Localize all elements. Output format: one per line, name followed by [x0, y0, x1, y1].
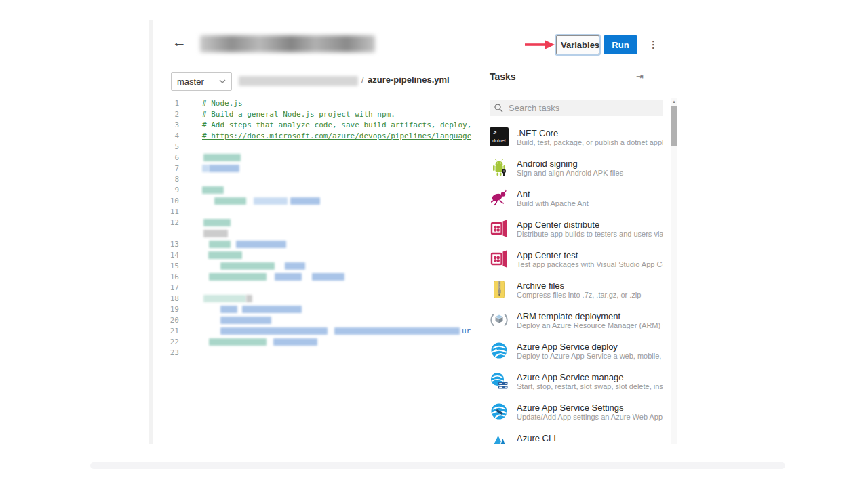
- task-item[interactable]: App Center distributeDistribute app buil…: [490, 219, 663, 246]
- search-icon: [494, 103, 503, 113]
- more-options-button[interactable]: ⋮: [648, 37, 658, 53]
- code-line[interactable]: 16: [153, 272, 471, 283]
- screenshot-canvas: ← Variables Run ⋮ master / azure-pipelin…: [0, 0, 868, 488]
- code-line[interactable]: 15: [153, 261, 471, 272]
- task-title: ARM template deployment: [517, 311, 663, 321]
- code-line[interactable]: 10: [153, 196, 471, 207]
- app-center-icon: [490, 219, 509, 238]
- code-area[interactable]: 1# Node.js2# Build a general Node.js pro…: [153, 98, 471, 444]
- line-number: 1: [153, 98, 179, 109]
- tasks-scrollbar[interactable]: ▲: [671, 98, 677, 444]
- redacted-code-segment: [202, 186, 224, 194]
- redacted-repo-path: [239, 76, 358, 86]
- code-line[interactable]: 3# Add steps that analyze code, save bui…: [153, 120, 471, 131]
- task-item[interactable]: AntBuild with Apache Ant: [490, 188, 663, 216]
- arm-template-icon: [490, 310, 509, 329]
- code-line[interactable]: 5: [153, 142, 471, 152]
- task-title: Azure App Service deploy: [517, 342, 663, 352]
- code-line[interactable]: 2# Build a general Node.js project with …: [153, 109, 471, 120]
- task-item[interactable]: Azure App Service SettingsUpdate/Add App…: [490, 402, 663, 429]
- redacted-code-segment: [220, 317, 271, 324]
- code-line[interactable]: 12: [153, 218, 471, 228]
- editor-header: master / azure-pipelines.yml: [153, 64, 471, 98]
- code-line[interactable]: 9: [153, 185, 471, 196]
- task-title: Azure App Service Settings: [517, 403, 663, 413]
- scrollbar-thumb[interactable]: [671, 106, 677, 146]
- code-fragment: url: [462, 326, 471, 337]
- task-item[interactable]: App Center testTest app packages with Vi…: [490, 249, 663, 277]
- pipeline-editor-window: ← Variables Run ⋮ master / azure-pipelin…: [153, 20, 678, 444]
- code-line[interactable]: 1# Node.js: [153, 98, 471, 109]
- redacted-code-segment: [202, 165, 209, 172]
- code-comment: # Build a general Node.js project with n…: [202, 109, 395, 120]
- redacted-code-segment: [273, 338, 317, 346]
- code-line[interactable]: 11: [153, 207, 471, 218]
- app-service-manage-icon: [490, 371, 509, 390]
- code-line[interactable]: 20: [153, 315, 471, 326]
- code-line[interactable]: 18: [153, 293, 471, 304]
- task-item[interactable]: ARM template deploymentDeploy an Azure R…: [490, 310, 663, 338]
- code-line[interactable]: 7: [153, 163, 471, 174]
- redacted-code-segment: [209, 241, 231, 248]
- code-line[interactable]: 17: [153, 283, 471, 293]
- dotnet-icon: >dotnet: [490, 127, 509, 146]
- line-number: 9: [153, 185, 179, 196]
- line-number: 19: [153, 304, 179, 315]
- redacted-code-segment: [214, 197, 246, 205]
- line-number: 4: [153, 131, 179, 142]
- task-item[interactable]: Azure App Service manageStart, stop, res…: [490, 371, 663, 399]
- redacted-code-segment: [203, 154, 241, 161]
- redacted-code-segment: [285, 262, 305, 270]
- line-number: 15: [153, 261, 179, 272]
- back-button[interactable]: ←: [172, 33, 186, 52]
- line-number: 20: [153, 315, 179, 326]
- tasks-panel-header: Tasks ⇥: [481, 64, 665, 93]
- code-line[interactable]: 23: [153, 348, 471, 359]
- task-item[interactable]: >dotnet.NET CoreBuild, test, package, or…: [490, 127, 663, 155]
- redacted-code-segment: [242, 306, 302, 313]
- search-tasks-box[interactable]: [490, 100, 663, 116]
- task-title: .NET Core: [517, 128, 663, 138]
- search-tasks-input[interactable]: [507, 102, 659, 114]
- variables-button[interactable]: Variables: [556, 35, 599, 54]
- collapse-panel-icon[interactable]: ⇥: [636, 71, 644, 81]
- code-line[interactable]: 13: [153, 239, 471, 250]
- run-button[interactable]: Run: [604, 35, 637, 54]
- task-description: Deploy to Azure App Service a web, mobil…: [517, 352, 663, 360]
- task-item[interactable]: Azure App Service deployDeploy to Azure …: [490, 341, 663, 368]
- redacted-code-segment: [275, 273, 302, 281]
- file-name: azure-pipelines.yml: [368, 75, 450, 85]
- scroll-up-icon[interactable]: ▲: [671, 100, 677, 104]
- line-number: 5: [153, 142, 179, 152]
- redacted-code-segment: [236, 241, 286, 248]
- task-description: Sign and align Android APK files: [517, 169, 663, 177]
- task-item[interactable]: Azure CLI: [490, 432, 663, 444]
- redacted-code-segment: [220, 262, 275, 270]
- line-number: 14: [153, 250, 179, 261]
- task-item[interactable]: Archive filesCompress files into .7z, .t…: [490, 280, 663, 307]
- line-number: 16: [153, 272, 179, 283]
- code-line[interactable]: 8: [153, 174, 471, 185]
- app-service-settings-icon: [490, 402, 509, 421]
- task-item[interactable]: Android signingSign and align Android AP…: [490, 158, 663, 185]
- code-line[interactable]: 19: [153, 304, 471, 315]
- branch-selector[interactable]: master: [171, 72, 232, 91]
- line-number: 11: [153, 207, 179, 218]
- svg-text:>: >: [493, 129, 497, 136]
- top-bar: ← Variables Run ⋮: [153, 20, 678, 64]
- line-number: 7: [153, 163, 179, 174]
- code-line[interactable]: 22: [153, 337, 471, 348]
- redacted-code-segment: [254, 197, 288, 205]
- task-description: Distribute app builds to testers and use…: [517, 230, 663, 238]
- app-service-deploy-icon: [490, 341, 509, 360]
- code-line[interactable]: 6: [153, 152, 471, 163]
- code-comment-link: # https://docs.microsoft.com/azure/devop…: [202, 131, 471, 142]
- redacted-code-segment: [208, 251, 242, 259]
- code-line[interactable]: 14: [153, 250, 471, 261]
- code-line[interactable]: [153, 228, 471, 239]
- line-number: 22: [153, 337, 179, 348]
- redacted-code-segment: [209, 338, 267, 346]
- bottom-scrollbar-track[interactable]: [90, 462, 785, 469]
- code-line[interactable]: 4# https://docs.microsoft.com/azure/devo…: [153, 131, 471, 142]
- code-line[interactable]: 21url: [153, 326, 471, 337]
